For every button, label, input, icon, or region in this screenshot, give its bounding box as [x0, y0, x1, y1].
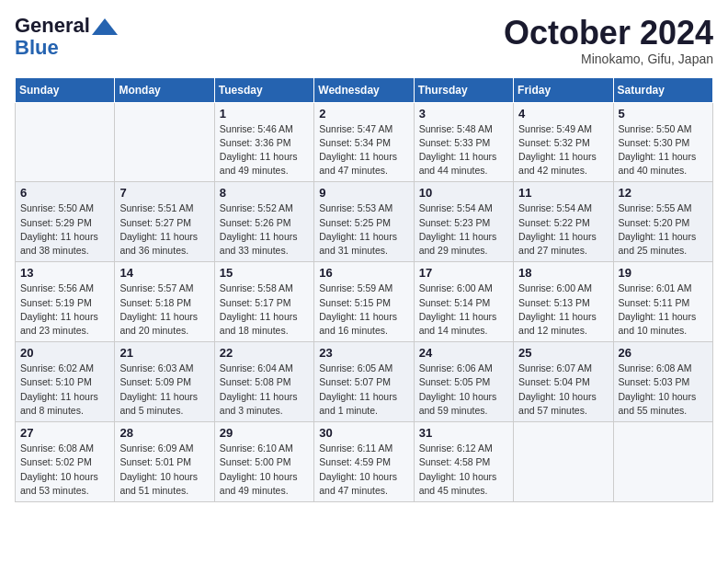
calendar-day-cell: 21Sunrise: 6:03 AM Sunset: 5:09 PM Dayli… [115, 342, 214, 422]
day-number: 31 [419, 426, 508, 440]
calendar-day-cell: 30Sunrise: 6:11 AM Sunset: 4:59 PM Dayli… [314, 422, 414, 502]
day-detail: Sunrise: 6:08 AM Sunset: 5:02 PM Dayligh… [20, 442, 109, 498]
day-number: 24 [419, 346, 508, 360]
day-of-week-header: Wednesday [314, 77, 414, 102]
calendar-day-cell: 20Sunrise: 6:02 AM Sunset: 5:10 PM Dayli… [16, 342, 115, 422]
day-number: 28 [119, 426, 209, 440]
calendar-day-cell: 27Sunrise: 6:08 AM Sunset: 5:02 PM Dayli… [16, 422, 115, 502]
logo-blue-text: Blue [15, 37, 59, 59]
day-number: 11 [518, 186, 608, 200]
calendar-day-cell: 12Sunrise: 5:55 AM Sunset: 5:20 PM Dayli… [613, 182, 712, 262]
calendar-day-cell [613, 422, 712, 502]
title-block: October 2024 Minokamo, Gifu, Japan [504, 15, 713, 66]
day-detail: Sunrise: 6:02 AM Sunset: 5:10 PM Dayligh… [20, 362, 109, 418]
day-number: 30 [319, 426, 408, 440]
calendar-day-cell [16, 102, 115, 182]
calendar-day-cell: 3Sunrise: 5:48 AM Sunset: 5:33 PM Daylig… [414, 102, 513, 182]
calendar-day-cell: 22Sunrise: 6:04 AM Sunset: 5:08 PM Dayli… [214, 342, 313, 422]
calendar-header-row: SundayMondayTuesdayWednesdayThursdayFrid… [16, 77, 713, 102]
day-detail: Sunrise: 6:05 AM Sunset: 5:07 PM Dayligh… [319, 362, 408, 418]
day-number: 2 [319, 107, 408, 121]
day-number: 5 [619, 107, 708, 121]
calendar-day-cell: 29Sunrise: 6:10 AM Sunset: 5:00 PM Dayli… [214, 422, 313, 502]
calendar-day-cell: 4Sunrise: 5:49 AM Sunset: 5:32 PM Daylig… [514, 102, 613, 182]
day-number: 29 [220, 426, 309, 440]
day-of-week-header: Tuesday [214, 77, 313, 102]
logo: General Blue [15, 15, 118, 59]
calendar-day-cell: 9Sunrise: 5:53 AM Sunset: 5:25 PM Daylig… [314, 182, 414, 262]
calendar-table: SundayMondayTuesdayWednesdayThursdayFrid… [15, 77, 713, 502]
day-detail: Sunrise: 5:50 AM Sunset: 5:30 PM Dayligh… [619, 122, 708, 178]
day-detail: Sunrise: 6:00 AM Sunset: 5:13 PM Dayligh… [518, 282, 608, 338]
calendar-week-row: 27Sunrise: 6:08 AM Sunset: 5:02 PM Dayli… [16, 422, 713, 502]
calendar-day-cell: 5Sunrise: 5:50 AM Sunset: 5:30 PM Daylig… [613, 102, 712, 182]
day-detail: Sunrise: 5:49 AM Sunset: 5:32 PM Dayligh… [518, 122, 608, 178]
day-of-week-header: Sunday [16, 77, 115, 102]
day-detail: Sunrise: 5:58 AM Sunset: 5:17 PM Dayligh… [220, 282, 309, 338]
day-number: 14 [119, 266, 209, 280]
day-detail: Sunrise: 6:07 AM Sunset: 5:04 PM Dayligh… [518, 362, 608, 418]
day-of-week-header: Friday [514, 77, 613, 102]
day-detail: Sunrise: 5:56 AM Sunset: 5:19 PM Dayligh… [20, 282, 109, 338]
calendar-day-cell: 7Sunrise: 5:51 AM Sunset: 5:27 PM Daylig… [115, 182, 214, 262]
day-number: 23 [319, 346, 408, 360]
calendar-day-cell: 2Sunrise: 5:47 AM Sunset: 5:34 PM Daylig… [314, 102, 414, 182]
day-detail: Sunrise: 6:09 AM Sunset: 5:01 PM Dayligh… [119, 442, 209, 498]
calendar-day-cell: 18Sunrise: 6:00 AM Sunset: 5:13 PM Dayli… [514, 262, 613, 342]
day-of-week-header: Thursday [414, 77, 513, 102]
calendar-week-row: 20Sunrise: 6:02 AM Sunset: 5:10 PM Dayli… [16, 342, 713, 422]
month-title: October 2024 [504, 15, 713, 52]
day-number: 16 [319, 266, 408, 280]
calendar-day-cell: 31Sunrise: 6:12 AM Sunset: 4:58 PM Dayli… [414, 422, 513, 502]
day-detail: Sunrise: 5:54 AM Sunset: 5:23 PM Dayligh… [419, 201, 508, 258]
day-number: 13 [20, 266, 109, 280]
day-number: 21 [119, 346, 209, 360]
day-detail: Sunrise: 5:57 AM Sunset: 5:18 PM Dayligh… [119, 282, 209, 338]
day-number: 4 [518, 107, 608, 121]
day-detail: Sunrise: 6:06 AM Sunset: 5:05 PM Dayligh… [419, 362, 508, 418]
calendar-day-cell: 19Sunrise: 6:01 AM Sunset: 5:11 PM Dayli… [613, 262, 712, 342]
calendar-day-cell: 25Sunrise: 6:07 AM Sunset: 5:04 PM Dayli… [514, 342, 613, 422]
day-detail: Sunrise: 6:11 AM Sunset: 4:59 PM Dayligh… [319, 442, 408, 498]
day-number: 8 [220, 186, 309, 200]
svg-marker-0 [92, 18, 118, 35]
day-detail: Sunrise: 5:48 AM Sunset: 5:33 PM Dayligh… [419, 122, 508, 178]
day-detail: Sunrise: 6:12 AM Sunset: 4:58 PM Dayligh… [419, 442, 508, 498]
logo-text: General [15, 15, 90, 37]
day-detail: Sunrise: 5:54 AM Sunset: 5:22 PM Dayligh… [518, 201, 608, 258]
day-detail: Sunrise: 6:00 AM Sunset: 5:14 PM Dayligh… [419, 282, 508, 338]
day-of-week-header: Monday [115, 77, 214, 102]
day-number: 17 [419, 266, 508, 280]
calendar-day-cell: 16Sunrise: 5:59 AM Sunset: 5:15 PM Dayli… [314, 262, 414, 342]
calendar-day-cell [115, 102, 214, 182]
calendar-day-cell: 10Sunrise: 5:54 AM Sunset: 5:23 PM Dayli… [414, 182, 513, 262]
day-detail: Sunrise: 6:08 AM Sunset: 5:03 PM Dayligh… [619, 362, 708, 418]
calendar-day-cell: 26Sunrise: 6:08 AM Sunset: 5:03 PM Dayli… [613, 342, 712, 422]
location: Minokamo, Gifu, Japan [504, 52, 713, 66]
calendar-day-cell: 28Sunrise: 6:09 AM Sunset: 5:01 PM Dayli… [115, 422, 214, 502]
day-detail: Sunrise: 5:59 AM Sunset: 5:15 PM Dayligh… [319, 282, 408, 338]
day-detail: Sunrise: 5:51 AM Sunset: 5:27 PM Dayligh… [119, 201, 209, 258]
day-detail: Sunrise: 5:50 AM Sunset: 5:29 PM Dayligh… [20, 201, 109, 258]
day-number: 10 [419, 186, 508, 200]
calendar-day-cell: 14Sunrise: 5:57 AM Sunset: 5:18 PM Dayli… [115, 262, 214, 342]
calendar-day-cell: 11Sunrise: 5:54 AM Sunset: 5:22 PM Dayli… [514, 182, 613, 262]
day-detail: Sunrise: 5:52 AM Sunset: 5:26 PM Dayligh… [220, 201, 309, 258]
calendar-day-cell [514, 422, 613, 502]
day-number: 18 [518, 266, 608, 280]
calendar-week-row: 1Sunrise: 5:46 AM Sunset: 3:36 PM Daylig… [16, 102, 713, 182]
day-detail: Sunrise: 6:10 AM Sunset: 5:00 PM Dayligh… [220, 442, 309, 498]
calendar-day-cell: 15Sunrise: 5:58 AM Sunset: 5:17 PM Dayli… [214, 262, 313, 342]
day-detail: Sunrise: 5:47 AM Sunset: 5:34 PM Dayligh… [319, 122, 408, 178]
day-detail: Sunrise: 6:01 AM Sunset: 5:11 PM Dayligh… [619, 282, 708, 338]
day-number: 20 [20, 346, 109, 360]
day-number: 15 [220, 266, 309, 280]
day-number: 1 [220, 107, 309, 121]
day-detail: Sunrise: 6:03 AM Sunset: 5:09 PM Dayligh… [119, 362, 209, 418]
page-header: General Blue October 2024 Minokamo, Gifu… [15, 15, 713, 66]
day-detail: Sunrise: 5:53 AM Sunset: 5:25 PM Dayligh… [319, 201, 408, 258]
day-detail: Sunrise: 6:04 AM Sunset: 5:08 PM Dayligh… [220, 362, 309, 418]
day-number: 25 [518, 346, 608, 360]
logo-icon [92, 18, 118, 35]
day-detail: Sunrise: 5:46 AM Sunset: 3:36 PM Dayligh… [220, 122, 309, 178]
